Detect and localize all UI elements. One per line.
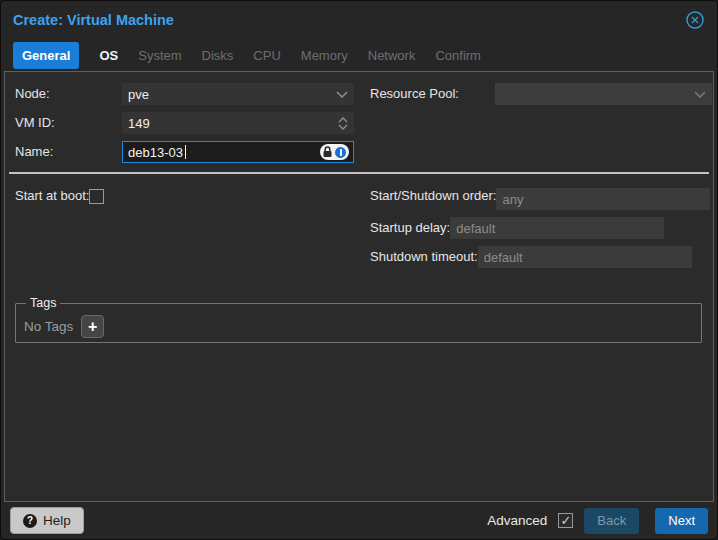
node-combobox[interactable]: pve [122,83,354,105]
startup-delay-input[interactable] [450,217,664,239]
shutdown-timeout-label: Shutdown timeout: [370,249,478,266]
advanced-left-column: Start at boot: [15,188,355,212]
shutdown-timeout-field [478,246,692,268]
startshutdown-order-field [496,188,710,210]
wizard-tabbar: General OS System Disks CPU Memory Netwo… [1,39,717,72]
resource-pool-combobox[interactable] [495,83,712,105]
startshutdown-order-row: Start/Shutdown order: [370,188,713,210]
startup-delay-field [450,217,664,239]
form-left-column: Node: pve VM ID: 149 [15,83,355,170]
chevron-down-icon [336,91,348,98]
tab-os[interactable]: OS [99,48,118,63]
node-row: Node: pve [15,83,355,105]
no-tags-text: No Tags [24,319,73,334]
vmid-value: 149 [128,116,150,131]
password-manager-badge[interactable] [320,144,349,160]
add-tag-button[interactable]: + [81,315,104,338]
extension-icon [334,146,347,159]
startshutdown-order-input[interactable] [496,188,710,210]
help-label: Help [43,513,71,528]
tab-cpu: CPU [253,48,280,63]
help-button[interactable]: ? Help [10,507,84,534]
back-button[interactable]: Back [584,508,639,534]
shutdown-timeout-row: Shutdown timeout: [370,246,713,268]
tab-confirm: Confirm [435,48,481,63]
vmid-label: VM ID: [15,115,122,132]
start-at-boot-row: Start at boot: [15,188,355,205]
next-button[interactable]: Next [655,508,708,534]
section-divider [9,172,709,174]
vmid-row: VM ID: 149 [15,112,355,134]
tab-memory: Memory [301,48,348,63]
startshutdown-order-label: Start/Shutdown order: [370,188,496,205]
text-caret [185,145,186,159]
dialog-footer: ? Help Advanced ✓ Back Next [1,502,717,539]
dialog-titlebar: Create: Virtual Machine [1,1,717,39]
general-form-panel: Node: pve VM ID: 149 [4,71,714,502]
tab-general[interactable]: General [13,42,79,69]
start-at-boot-label: Start at boot: [15,188,89,205]
spinner-up-down-icon[interactable] [338,117,348,130]
startup-delay-row: Startup delay: [370,217,713,239]
tags-fieldset: Tags No Tags + [15,296,702,343]
name-input-wrapper [122,141,354,163]
node-label: Node: [15,86,122,103]
vmid-spinner[interactable]: 149 [122,112,354,134]
create-vm-dialog: Create: Virtual Machine General OS Syste… [0,0,718,540]
lock-icon [322,146,333,158]
dialog-title: Create: Virtual Machine [13,12,685,28]
footer-actions: Advanced ✓ Back Next [487,508,708,534]
question-mark-icon: ? [23,514,37,528]
name-input[interactable] [123,142,353,162]
resource-pool-label: Resource Pool: [370,86,495,103]
tab-system: System [138,48,181,63]
resource-pool-row: Resource Pool: [370,83,713,105]
advanced-checkbox[interactable]: ✓ [558,513,573,528]
shutdown-timeout-input[interactable] [478,246,692,268]
tab-network: Network [368,48,416,63]
form-right-column: Resource Pool: [370,83,713,112]
tags-legend: Tags [26,296,60,310]
node-value: pve [128,87,149,102]
advanced-right-column: Start/Shutdown order: Startup delay: Shu… [370,188,713,275]
advanced-label: Advanced [487,513,547,528]
tags-content: No Tags + [24,315,693,338]
name-label: Name: [15,144,122,161]
chevron-down-icon [694,91,706,98]
startup-delay-label: Startup delay: [370,220,450,237]
close-icon[interactable] [685,10,705,30]
tab-disks: Disks [202,48,234,63]
name-row: Name: [15,141,355,163]
start-at-boot-checkbox[interactable] [89,189,104,204]
